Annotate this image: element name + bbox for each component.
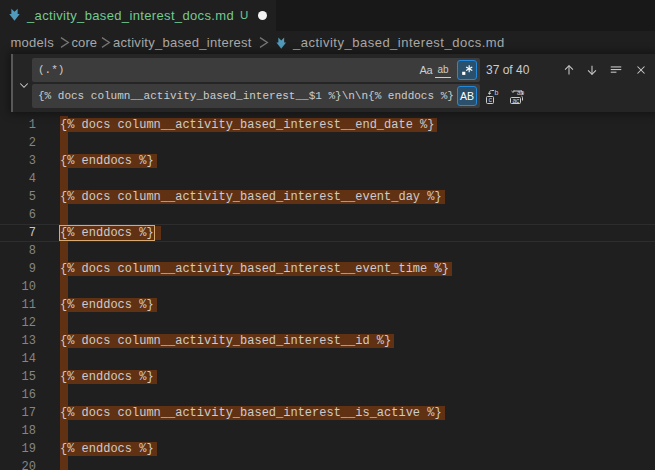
svg-text:c: c bbox=[489, 96, 493, 103]
svg-text:ab: ab bbox=[517, 88, 525, 95]
svg-text:b: b bbox=[495, 89, 499, 96]
svg-text:ac: ac bbox=[512, 96, 520, 103]
